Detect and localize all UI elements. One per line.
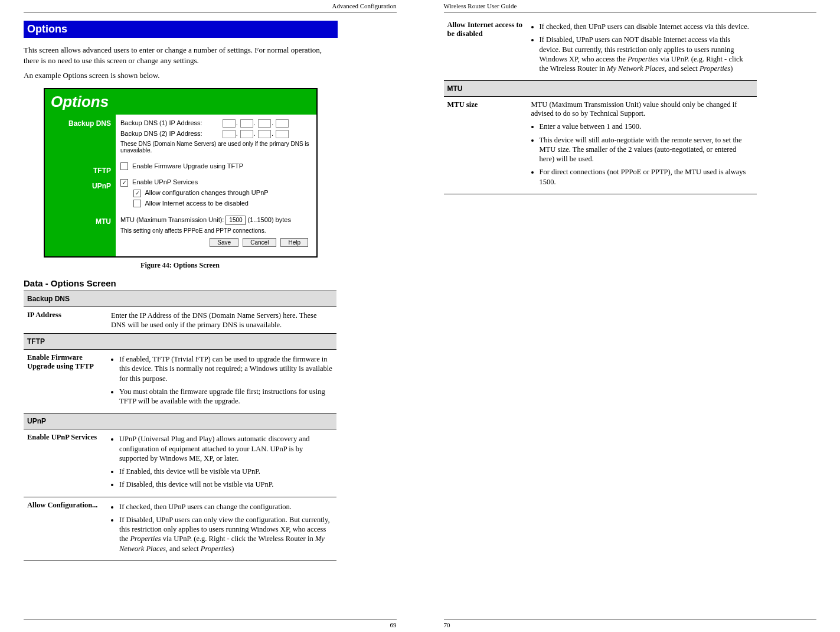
checkbox-icon[interactable]: [120, 162, 128, 170]
category-upnp: UPnP: [24, 413, 336, 429]
header-left-page: Advanced Configuration: [24, 0, 397, 11]
list-item: If Disabled, UPnP users can NOT disable …: [540, 35, 753, 73]
page-left: Advanced Configuration Options This scre…: [0, 0, 420, 632]
page-number-right: 70: [444, 621, 817, 628]
list-item: You must obtain the firmware upgrade fil…: [119, 387, 333, 406]
ss-dns1-row: Backup DNS (1) IP Address: . . .: [120, 118, 312, 129]
ss-dns1-label: Backup DNS (1) IP Address:: [120, 119, 202, 126]
table-row: Enable Firmware Upgrade using TFTP If en…: [24, 350, 336, 413]
ss-mtu-row: MTU (Maximum Transmission Unit): 1500 (1…: [120, 214, 312, 226]
row-desc-upnp-cfg: If checked, then UPnP users can change t…: [107, 497, 336, 561]
table-row: Backup DNS: [24, 291, 336, 307]
table-row: Allow Configuration... If checked, then …: [24, 497, 336, 561]
ss-upnp-enable-row: Enable UPnP Services: [120, 177, 312, 188]
row-label-tftp: Enable Firmware Upgrade using TFTP: [24, 350, 107, 413]
section-title: Options: [24, 21, 338, 38]
table-row: IP Address Enter the IP Address of the D…: [24, 307, 336, 334]
ss-side-mtu: MTU: [45, 193, 116, 228]
ip-octet[interactable]: [223, 130, 236, 138]
ss-side-upnp: UPnP: [45, 177, 116, 193]
header-right-page: Wireless Router User Guide: [444, 0, 817, 11]
ip-octet[interactable]: [276, 130, 289, 138]
list-item: If Disabled, this device will not be vis…: [119, 480, 333, 489]
checkbox-icon[interactable]: [120, 179, 128, 187]
save-button[interactable]: Save: [210, 238, 238, 247]
row-label-mtu: MTU size: [444, 97, 528, 194]
category-mtu: MTU: [444, 81, 757, 97]
list-item: Enter a value between 1 and 1500.: [540, 122, 753, 131]
mtu-input[interactable]: 1500: [225, 216, 246, 225]
ss-upnp-enable-label: Enable UPnP Services: [132, 178, 198, 185]
list-item: UPnP (Universal Plug and Play) allows au…: [119, 434, 333, 463]
row-desc-mtu: MTU (Maximum Transmission Unit) value sh…: [528, 97, 757, 194]
category-backup-dns: Backup DNS: [24, 291, 336, 307]
checkbox-icon[interactable]: [133, 200, 141, 207]
row-label-upnp-cfg: Allow Configuration...: [24, 497, 107, 561]
ss-button-row: Save Cancel Help: [120, 234, 312, 249]
data-table-left: Backup DNS IP Address Enter the IP Addre…: [24, 291, 336, 561]
table-row: TFTP: [24, 334, 336, 350]
row-desc-tftp: If enabled, TFTP (Trivial FTP) can be us…: [107, 350, 336, 413]
row-desc-inet: If checked, then UPnP users can disable …: [528, 21, 757, 81]
mtu-top-text: MTU (Maximum Transmission Unit) value sh…: [531, 100, 753, 118]
ss-mtu-post: (1..1500) bytes: [248, 216, 291, 223]
table-row: MTU size MTU (Maximum Transmission Unit)…: [444, 97, 757, 194]
header-rule: [24, 12, 397, 12]
table-row: Allow Internet access to be disabled If …: [444, 21, 757, 81]
table-row: MTU: [444, 81, 757, 97]
ip-octet[interactable]: [258, 130, 271, 138]
options-screenshot: Options Backup DNS TFTP UPnP MTU Backup …: [44, 88, 318, 258]
ss-upnp-inet-row: Allow Internet access to be disabled: [120, 198, 312, 209]
intro-paragraph-2: An example Options screen is shown below…: [24, 70, 336, 81]
ip-octet[interactable]: [258, 119, 271, 128]
category-tftp: TFTP: [24, 334, 336, 350]
table-row: UPnP: [24, 413, 336, 429]
page-number-left: 69: [24, 621, 397, 628]
ss-dns2-row: Backup DNS (2) IP Address: . . .: [120, 129, 312, 139]
ip-octet[interactable]: [276, 119, 289, 128]
list-item: For direct connections (not PPPoE or PPT…: [540, 167, 753, 187]
ss-tftp-label: Enable Firmware Upgrade using TFTP: [132, 162, 243, 170]
checkbox-icon[interactable]: [133, 190, 141, 197]
ss-tftp-row: Enable Firmware Upgrade using TFTP: [120, 161, 312, 172]
help-button[interactable]: Help: [280, 238, 308, 247]
list-item: If Disabled, UPnP users can only view th…: [119, 515, 333, 553]
row-label-ip: IP Address: [24, 307, 107, 334]
ss-mtu-note: This setting only affects PPPoE and PPTP…: [120, 227, 312, 234]
page-footer-right: 70: [444, 620, 817, 628]
cancel-button[interactable]: Cancel: [243, 238, 276, 247]
ss-dns-note: These DNS (Domain Name Servers) are used…: [120, 141, 312, 154]
ss-upnp-cfg-label: Allow configuration changes through UPnP: [145, 189, 268, 196]
row-label-inet: Allow Internet access to be disabled: [444, 21, 528, 81]
ip-octet[interactable]: [223, 119, 236, 128]
list-item: If checked, then UPnP users can disable …: [540, 22, 753, 31]
list-item: If checked, then UPnP users can change t…: [119, 502, 333, 512]
list-item: If Enabled, this device will be visible …: [119, 467, 333, 476]
ss-side-tftp: TFTP: [45, 130, 116, 177]
document-spread: Advanced Configuration Options This scre…: [0, 0, 840, 632]
ss-dns2-label: Backup DNS (2) IP Address:: [120, 130, 202, 137]
data-heading: Data - Options Screen: [24, 278, 397, 288]
list-item: If enabled, TFTP (Trivial FTP) can be us…: [119, 354, 333, 383]
ss-sidebar: Backup DNS TFTP UPnP MTU: [45, 115, 116, 256]
ss-upnp-cfg-row: Allow configuration changes through UPnP: [120, 188, 312, 198]
header-rule: [444, 12, 817, 12]
row-label-upnp-enable: Enable UPnP Services: [24, 429, 107, 497]
data-table-right: Allow Internet access to be disabled If …: [444, 21, 757, 194]
ss-title: Options: [45, 89, 316, 115]
ss-mtu-pre: MTU (Maximum Transmission Unit):: [120, 216, 224, 223]
row-desc-upnp-enable: UPnP (Universal Plug and Play) allows au…: [107, 429, 336, 497]
table-row: Enable UPnP Services UPnP (Universal Plu…: [24, 429, 336, 497]
page-footer-left: 69: [24, 620, 397, 628]
row-desc-ip: Enter the IP Address of the DNS (Domain …: [107, 307, 336, 334]
figure-caption: Figure 44: Options Screen: [24, 261, 336, 270]
ss-main: Backup DNS (1) IP Address: . . . Backup …: [116, 115, 316, 256]
ss-upnp-inet-label: Allow Internet access to be disabled: [145, 200, 249, 207]
ss-body: Backup DNS TFTP UPnP MTU Backup DNS (1) …: [45, 115, 316, 256]
page-right: Wireless Router User Guide Allow Interne…: [420, 0, 841, 632]
intro-paragraph-1: This screen allows advanced users to ent…: [24, 45, 336, 66]
list-item: This device will still auto-negotiate wi…: [540, 135, 753, 164]
ip-octet[interactable]: [240, 130, 253, 138]
ss-side-backup-dns: Backup DNS: [45, 115, 116, 130]
ip-octet[interactable]: [240, 119, 253, 128]
